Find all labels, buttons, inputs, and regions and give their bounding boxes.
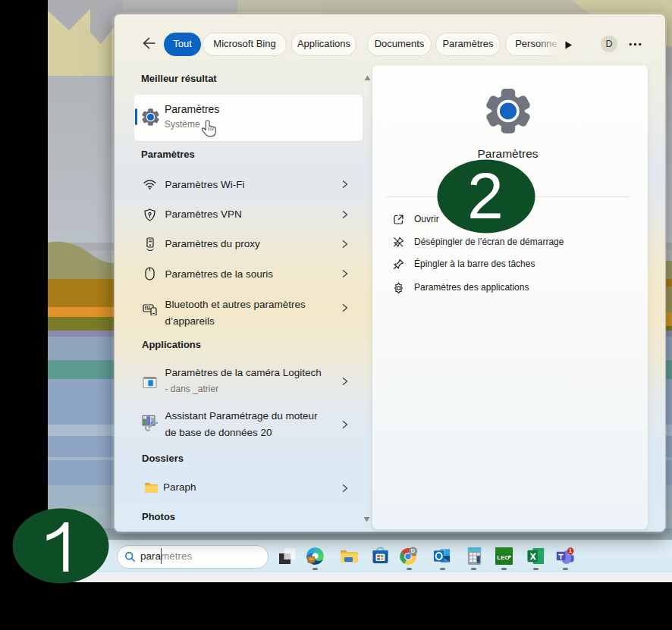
- svg-text:LEO: LEO: [497, 554, 509, 561]
- svg-text:2: 2: [467, 159, 504, 232]
- svg-text:1: 1: [569, 548, 572, 554]
- svg-text:D: D: [411, 547, 416, 554]
